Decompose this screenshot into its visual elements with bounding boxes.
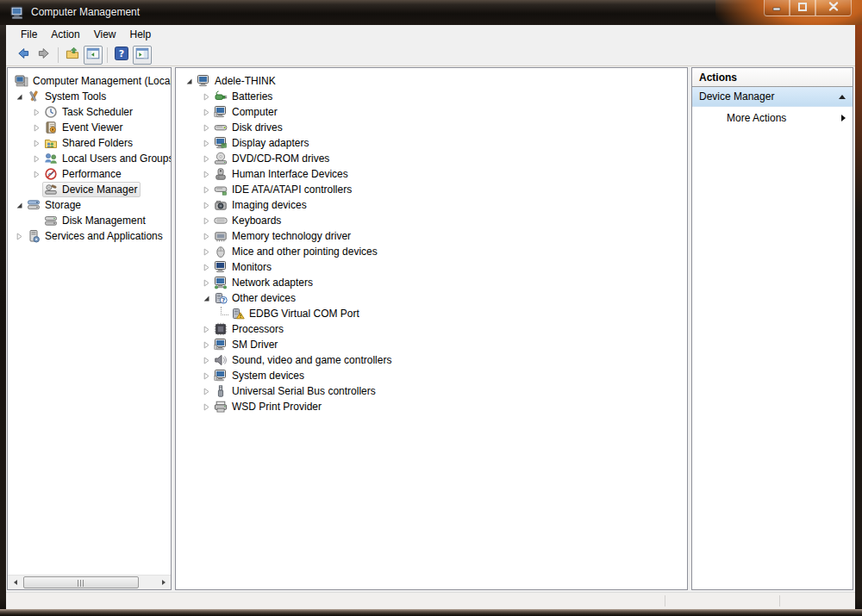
tree-item[interactable]: Computer Management (Local [8, 73, 171, 89]
disk-management-icon [44, 214, 58, 227]
tree-item[interactable]: Imaging devices [176, 197, 687, 213]
expander-expanded-icon[interactable] [183, 78, 195, 85]
menu-action[interactable]: Action [44, 26, 86, 43]
computer-icon [214, 369, 228, 383]
tree-item[interactable]: Event Viewer [8, 120, 171, 135]
tree-item[interactable]: Display adapters [176, 135, 687, 151]
system-tools-icon [27, 90, 41, 103]
expander-collapsed-icon[interactable] [30, 155, 42, 163]
expander-collapsed-icon[interactable] [30, 171, 42, 178]
memory-card-icon [214, 229, 228, 243]
show-action-pane-button[interactable] [133, 46, 152, 65]
tree-item-label: Mice and other pointing devices [232, 245, 378, 258]
expander-collapsed-icon[interactable] [200, 171, 212, 178]
tree-item[interactable]: Shared Folders [8, 135, 171, 151]
expander-collapsed-icon[interactable] [30, 140, 42, 147]
frame-glow [855, 25, 862, 215]
services-applications-icon [27, 229, 41, 243]
computer-management-window: Computer Management FileActionViewHelp ?… [0, 0, 862, 616]
tree-item[interactable]: Processors [176, 321, 687, 337]
more-actions-item[interactable]: More Actions [692, 107, 853, 129]
tree-item[interactable]: ?Other devices [176, 290, 687, 306]
expander-collapsed-icon[interactable] [200, 233, 212, 240]
tree-item-label: Universal Serial Bus controllers [232, 384, 376, 398]
tree-item[interactable]: Keyboards [176, 213, 687, 228]
tree-item-label: Human Interface Devices [232, 167, 348, 181]
tree-item[interactable]: Services and Applications [8, 228, 171, 244]
scroll-left-button[interactable] [8, 576, 22, 589]
menu-view[interactable]: View [87, 26, 123, 43]
expander-collapsed-icon[interactable] [200, 124, 212, 132]
maximize-icon [797, 2, 808, 14]
tree-item[interactable]: System devices [176, 368, 687, 383]
show-console-tree-button[interactable] [84, 46, 103, 65]
tree-item[interactable]: Task Scheduler [8, 104, 171, 120]
tree-item[interactable]: Network adapters [176, 275, 687, 290]
tree-item-label: Memory technology driver [232, 229, 351, 243]
expander-collapsed-icon[interactable] [200, 279, 212, 287]
tree-item[interactable]: Monitors [176, 259, 687, 275]
tree-item[interactable]: Local Users and Groups [8, 151, 171, 166]
menu-file[interactable]: File [14, 26, 44, 43]
tree-item[interactable]: Disk Management [8, 213, 171, 228]
expander-collapsed-icon[interactable] [200, 372, 212, 380]
actions-group-device-manager[interactable]: Device Manager [692, 87, 853, 107]
expander-collapsed-icon[interactable] [30, 124, 42, 132]
tree-item[interactable]: Memory technology driver [176, 228, 687, 244]
expander-collapsed-icon[interactable] [200, 326, 212, 333]
collapse-group-icon[interactable] [839, 95, 846, 99]
expander-collapsed-icon[interactable] [200, 109, 212, 116]
tree-item[interactable]: Disk drives [176, 120, 687, 135]
forward-button[interactable] [34, 46, 53, 65]
expander-collapsed-icon[interactable] [200, 217, 212, 225]
expander-collapsed-icon[interactable] [13, 233, 25, 240]
tree-item[interactable]: Human Interface Devices [176, 166, 687, 182]
expander-collapsed-icon[interactable] [200, 202, 212, 209]
export-list-button[interactable] [63, 46, 82, 65]
tree-item[interactable]: Batteries [176, 89, 687, 104]
tree-item[interactable]: SM Driver [176, 337, 687, 352]
tree-item[interactable]: DVD/CD-ROM drives [176, 151, 687, 166]
tree-item[interactable]: Sound, video and game controllers [176, 352, 687, 368]
help-button[interactable]: ? [112, 46, 131, 65]
horizontal-scrollbar[interactable] [8, 575, 171, 589]
tree-item[interactable]: Mice and other pointing devices [176, 244, 687, 259]
expander-expanded-icon[interactable] [13, 93, 25, 101]
actions-group-label: Device Manager [699, 90, 774, 103]
expander-collapsed-icon[interactable] [200, 341, 212, 349]
expander-collapsed-icon[interactable] [200, 403, 212, 411]
tree-item[interactable]: WSD Print Provider [176, 399, 687, 414]
tree-item-label: Other devices [232, 291, 296, 305]
expander-collapsed-icon[interactable] [200, 93, 212, 101]
back-button[interactable] [14, 46, 33, 65]
tree-item[interactable]: Performance [8, 166, 171, 182]
expander-collapsed-icon[interactable] [200, 140, 212, 147]
menu-help[interactable]: Help [123, 26, 159, 43]
expander-collapsed-icon[interactable] [200, 357, 212, 364]
tree-item[interactable]: Storage [8, 197, 171, 213]
tree-item[interactable]: Device Manager [8, 182, 171, 197]
close-button[interactable] [815, 0, 852, 16]
maximize-button[interactable] [790, 0, 815, 16]
tree-item[interactable]: Computer [176, 104, 687, 120]
tree-item[interactable]: Adele-THINK [176, 73, 687, 89]
expander-expanded-icon[interactable] [200, 295, 212, 302]
scroll-right-button[interactable] [156, 576, 171, 589]
expander-collapsed-icon[interactable] [200, 388, 212, 395]
scrollbar-thumb[interactable] [23, 576, 139, 588]
tree-item-label: IDE ATA/ATAPI controllers [232, 183, 352, 196]
tree-item[interactable]: !EDBG Virtual COM Port [176, 306, 687, 321]
tree-item[interactable]: System Tools [8, 89, 171, 104]
expander-collapsed-icon[interactable] [200, 186, 212, 194]
expander-collapsed-icon[interactable] [30, 109, 42, 116]
show-console-tree-icon [86, 47, 100, 63]
expander-collapsed-icon[interactable] [200, 155, 212, 163]
expander-expanded-icon[interactable] [13, 202, 25, 209]
minimize-button[interactable] [764, 0, 790, 16]
tree-item-label: Storage [45, 198, 81, 212]
expander-collapsed-icon[interactable] [200, 248, 212, 256]
titlebar[interactable]: Computer Management [0, 0, 862, 25]
tree-item[interactable]: IDE ATA/ATAPI controllers [176, 182, 687, 197]
tree-item[interactable]: Universal Serial Bus controllers [176, 383, 687, 399]
expander-collapsed-icon[interactable] [200, 264, 212, 271]
